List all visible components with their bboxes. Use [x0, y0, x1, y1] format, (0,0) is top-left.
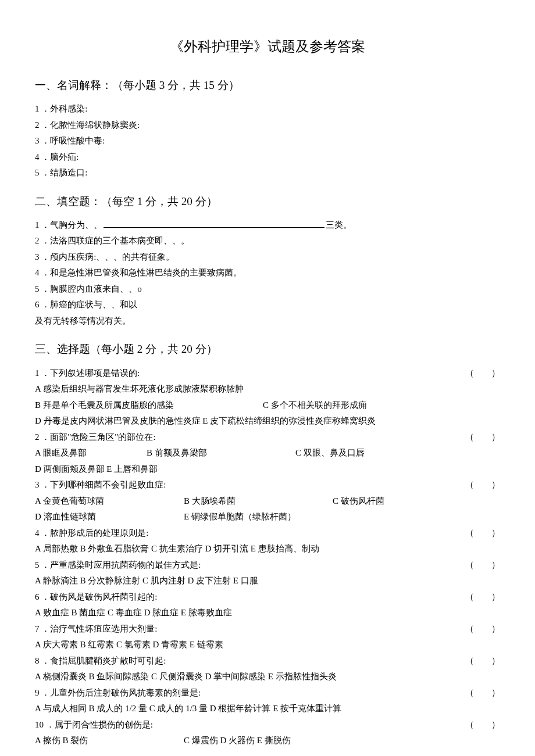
s1-item-1: 1 ．外科感染:: [35, 102, 500, 117]
s2-item-6b: 及有无转移等情况有关。: [35, 314, 500, 329]
q1-text: 1 ．下列叙述哪项是错误的:: [35, 368, 140, 378]
q7-text: 7 ．治疗气性坏疽应选用大剂量:: [35, 624, 157, 633]
q4-stem: 4 ．脓肿形成后的处理原则是: （ ）: [35, 526, 500, 541]
q7-stem: 7 ．治疗气性坏疽应选用大剂量: （ ）: [35, 622, 500, 637]
q1-stem: 1 ．下列叙述哪项是错误的: （ ）: [35, 366, 500, 381]
q9-text: 9 ．儿童外伤后注射破伤风抗毒素的剂量是:: [35, 688, 201, 697]
s1-item-2: 2 ．化脓性海绵状静脉窦炎:: [35, 118, 500, 133]
q7-opts: A 庆大霉素 B 红霉素 C 氯霉素 D 青霉素 E 链霉素: [35, 637, 500, 653]
s1-item-3: 3 ．呼吸性酸中毒:: [35, 134, 500, 149]
q3-opt-b: B 大肠埃希菌: [184, 494, 333, 509]
s2-q1-a: 1 ．气胸分为、、: [35, 220, 102, 230]
q1-opt-b: B 拜是单个毛囊及所属皮脂腺的感染: [35, 398, 263, 413]
answer-paren: （ ）: [465, 478, 500, 493]
q8-stem: 8 ．食指屈肌腱鞘炎扩散时可引起: （ ）: [35, 654, 500, 669]
q10-stem: 10 ．属于闭合性损伤的创伤是: （ ）: [35, 718, 500, 733]
s2-item-3: 3 ．颅内压疾病:、、、的共有征象。: [35, 250, 500, 265]
q3-opts-row1: A 金黄色葡萄球菌B 大肠埃希菌C 破伤风杆菌: [35, 494, 500, 509]
answer-paren: （ ）: [465, 622, 500, 637]
answer-paren: （ ）: [465, 430, 500, 445]
s2-item-1: 1 ．气胸分为、、三类。: [35, 218, 500, 233]
section-3-head: 三、选择题（每小题 2 分，共 20 分）: [35, 340, 500, 359]
q5-opts: A 静脉滴注 B 分次静脉注射 C 肌内注射 D 皮下注射 E 口服: [35, 574, 500, 589]
q3-stem: 3 ．下列哪种细菌不会引起败血症: （ ）: [35, 478, 500, 493]
q5-text: 5 ．严重感染时应用抗菌药物的最佳方式是:: [35, 560, 201, 569]
q5-stem: 5 ．严重感染时应用抗菌药物的最佳方式是: （ ）: [35, 558, 500, 573]
q2-text: 2 ．面部"危险三角区"的部位在:: [35, 432, 156, 442]
q4-text: 4 ．脓肿形成后的处理原则是:: [35, 528, 148, 538]
s2-item-5: 5 ．胸膜腔内血液来自、、o: [35, 282, 500, 297]
q6-stem: 6 ．破伤风是破伤风杆菌引起的: （ ）: [35, 590, 500, 605]
q2-opts-row1: A 眼眶及鼻部B 前额及鼻梁部C 双眼、鼻及口唇: [35, 446, 500, 461]
answer-paren: （ ）: [465, 366, 500, 381]
q10-opt-cde: C 爆震伤 D 火器伤 E 撕脱伤: [184, 733, 291, 748]
q10-text: 10 ．属于闭合性损伤的创伤是:: [35, 720, 153, 729]
q9-opts: A 与成人相同 B 成人的 1/2 量 C 成人的 1/3 量 D 根据年龄计算…: [35, 701, 500, 716]
answer-paren: （ ）: [465, 526, 500, 541]
q6-opts: A 败血症 B 菌血症 C 毒血症 D 脓血症 E 脓毒败血症: [35, 605, 500, 621]
answer-paren: （ ）: [465, 718, 500, 733]
q10-opt-ab: A 擦伤 B 裂伤: [35, 733, 184, 748]
q1-opt-de: D 丹毒是皮内网状淋巴管及皮肤的急性炎症 E 皮下疏松结缔组织的弥漫性炎症称蜂窝…: [35, 414, 500, 429]
q1-opt-bc: B 拜是单个毛囊及所属皮脂腺的感染C 多个不相关联的拜形成痈: [35, 398, 500, 413]
blank-underline: [104, 227, 324, 228]
q1-opt-a: A 感染后组织与器官发生坏死液化形成脓液聚积称脓肿: [35, 382, 500, 397]
section-1-head: 一、名词解释：（每小题 3 分，共 15 分）: [35, 76, 500, 95]
q3-opt-d: D 溶血性链球菌: [35, 510, 184, 525]
q8-opts: A 桡侧滑囊炎 B 鱼际间隙感染 C 尺侧滑囊炎 D 掌中间隙感染 E 示指脓性…: [35, 669, 500, 685]
q3-opts-row2: D 溶血性链球菌E 铜绿假单胞菌（绿脓杆菌）: [35, 510, 500, 525]
s2-item-4: 4 ．和是急性淋巴管炎和急性淋巴结炎的主要致病菌。: [35, 266, 500, 281]
answer-paren: （ ）: [465, 686, 500, 701]
q1-opt-c: C 多个不相关联的拜形成痈: [263, 398, 367, 413]
answer-paren: （ ）: [465, 654, 500, 669]
page-title: 《外科护理学》试题及参考答案: [35, 35, 500, 59]
q2-opt-de: D 两侧面颊及鼻部 E 上唇和鼻部: [35, 462, 500, 477]
q3-opt-e: E 铜绿假单胞菌（绿脓杆菌）: [184, 510, 296, 525]
q3-opt-a: A 金黄色葡萄球菌: [35, 494, 184, 509]
answer-paren: （ ）: [465, 590, 500, 605]
q3-opt-c: C 破伤风杆菌: [333, 494, 384, 509]
s1-item-5: 5 ．结肠造口:: [35, 166, 500, 181]
q2-opt-b: B 前额及鼻梁部: [147, 446, 295, 461]
q4-opts: A 局部热敷 B 外敷鱼石脂软膏 C 抗生素治疗 D 切开引流 E 患肢抬高、制…: [35, 542, 500, 557]
q8-text: 8 ．食指屈肌腱鞘炎扩散时可引起:: [35, 656, 166, 665]
q9-stem: 9 ．儿童外伤后注射破伤风抗毒素的剂量是: （ ）: [35, 686, 500, 701]
s2-q1-b: 三类。: [326, 220, 352, 230]
s1-item-4: 4 ．脑外疝:: [35, 150, 500, 165]
answer-paren: （ ）: [465, 558, 500, 573]
q6-text: 6 ．破伤风是破伤风杆菌引起的:: [35, 592, 157, 601]
q2-opt-c: C 双眼、鼻及口唇: [295, 446, 365, 461]
s2-item-2: 2 ．法洛四联症的三个基本病变即、、。: [35, 234, 500, 249]
q10-opts: A 擦伤 B 裂伤C 爆震伤 D 火器伤 E 撕脱伤: [35, 733, 500, 748]
q2-opt-a: A 眼眶及鼻部: [35, 446, 147, 461]
s2-item-6a: 6 ．肺癌的症状与、、和以: [35, 298, 500, 313]
q2-stem: 2 ．面部"危险三角区"的部位在: （ ）: [35, 430, 500, 445]
q3-text: 3 ．下列哪种细菌不会引起败血症:: [35, 480, 166, 489]
section-2-head: 二、填空题：（每空 1 分，共 20 分）: [35, 192, 500, 211]
